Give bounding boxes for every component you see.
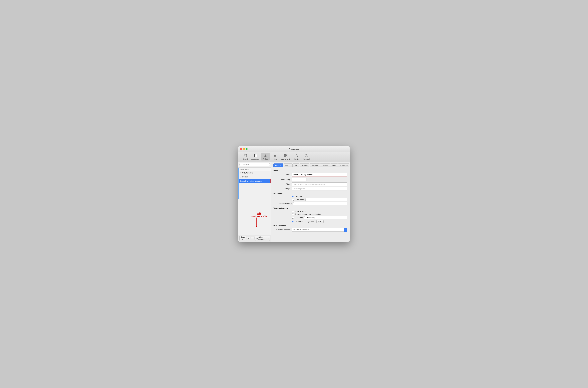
url-schemes-input[interactable]	[292, 228, 344, 232]
name-label: Name:	[273, 174, 291, 176]
tab-keys[interactable]: Keys	[330, 164, 338, 167]
profile-list: Profile Name Hotkey Window ★ Default Def…	[238, 168, 271, 199]
shortcut-label: Shortcut key:	[273, 178, 291, 180]
tab-terminal[interactable]: Terminal	[310, 164, 320, 167]
profile-item-default[interactable]: ★ Default	[239, 175, 271, 179]
tab-window[interactable]: Window	[300, 164, 309, 167]
svg-text:⌘: ⌘	[274, 155, 277, 157]
annotation-chinese: 选择	[251, 212, 267, 215]
tags-label: Tags:	[273, 183, 291, 185]
annotation-arrow	[256, 218, 257, 226]
login-shell-label: Login shell	[295, 195, 303, 197]
svg-line-23	[306, 156, 306, 157]
toolbar-item-pointer[interactable]: Pointer	[292, 153, 301, 161]
reuse-session-radio[interactable]	[292, 213, 294, 215]
general-label: General	[243, 158, 248, 160]
name-input[interactable]	[292, 173, 347, 176]
send-text-input[interactable]	[293, 202, 347, 205]
tags-input[interactable]	[292, 182, 347, 186]
command-section-title: Command	[273, 192, 347, 194]
search-input[interactable]	[239, 163, 270, 166]
stepper-up-button[interactable]: ▲	[307, 178, 309, 179]
main-panel: General Colors Text Window Terminal Sess…	[271, 162, 350, 242]
shortcut-input[interactable]	[292, 178, 306, 181]
directory-label: Directory:	[296, 217, 303, 219]
tags-row: Tags:	[273, 182, 347, 186]
annotation-area: 选择 Duplicate Profile	[238, 199, 271, 235]
advanced-config-radio[interactable]	[292, 221, 294, 222]
url-chevron-button[interactable]: ▾	[344, 228, 347, 232]
remove-profile-button[interactable]: −	[251, 237, 255, 240]
search-wrap: 🔍	[239, 163, 270, 166]
svg-rect-4	[255, 154, 257, 157]
command-input[interactable]	[306, 198, 347, 201]
url-schemes-section-title: URL Schemes	[273, 225, 347, 227]
shortcut-row: Shortcut key: ▲ ▼	[273, 178, 347, 181]
advanced-icon	[304, 153, 309, 158]
badge-input[interactable]	[292, 187, 347, 191]
command-row: Command:	[292, 198, 347, 201]
other-actions-button[interactable]: ⚙ Other Actions... ▾	[255, 236, 270, 241]
profile-list-header: Profile Name	[239, 168, 271, 171]
svg-rect-9	[284, 156, 285, 157]
traffic-lights	[240, 148, 248, 150]
reuse-session-label: Reuse previous session's directory	[295, 213, 321, 215]
minimize-button[interactable]	[243, 148, 245, 150]
reuse-session-row: Reuse previous session's directory	[292, 213, 347, 215]
tabs: General Colors Text Window Terminal Sess…	[273, 164, 347, 167]
svg-rect-3	[254, 154, 255, 157]
pointer-label: Pointer	[294, 158, 299, 160]
tab-advanced[interactable]: Advanced	[338, 164, 349, 167]
toolbar-item-advanced[interactable]: Advanced	[302, 153, 311, 161]
tags-button[interactable]: Tags >	[239, 236, 246, 241]
window-title: Preferences	[289, 148, 299, 150]
send-text-row: Send text at start:	[273, 202, 347, 205]
toolbar-item-general[interactable]: General	[241, 153, 250, 161]
tab-colors[interactable]: Colors	[283, 164, 292, 167]
working-dir-section-title: Working Directory	[273, 207, 347, 209]
appearance-label: Appearance	[252, 158, 259, 160]
keys-label: Keys	[274, 158, 277, 160]
command-label: Command:	[296, 199, 304, 201]
directory-radio[interactable]	[292, 217, 294, 219]
toolbar-item-arrangements[interactable]: Arrangements	[280, 153, 292, 161]
stepper-down-button[interactable]: ▼	[307, 179, 309, 181]
svg-rect-10	[286, 156, 287, 157]
arrangements-icon	[283, 153, 288, 158]
annotation-english: Duplicate Profile	[251, 215, 267, 218]
add-profile-button[interactable]: +	[247, 237, 250, 240]
toolbar-item-profiles[interactable]: Profiles	[261, 153, 270, 161]
name-row: Name:	[273, 173, 347, 176]
profile-item-default-hotkey[interactable]: Default of Hotkey Window	[239, 179, 271, 183]
annotation-text: 选择 Duplicate Profile	[251, 212, 267, 218]
login-shell-radio[interactable]	[292, 195, 294, 197]
home-dir-radio[interactable]	[292, 211, 294, 212]
directory-row: Directory:	[292, 216, 347, 219]
command-radio[interactable]	[292, 199, 294, 201]
tab-text[interactable]: Text	[292, 164, 299, 167]
preferences-window: Preferences General Appearance	[238, 146, 350, 242]
profile-item-hotkey[interactable]: Hotkey Window	[239, 171, 271, 175]
close-button[interactable]	[240, 148, 242, 150]
svg-rect-0	[244, 154, 247, 157]
svg-rect-1	[244, 155, 246, 156]
maximize-button[interactable]	[246, 148, 248, 150]
svg-rect-8	[286, 154, 287, 155]
shortcut-stepper[interactable]: ▲ ▼	[307, 178, 309, 181]
toolbar: General Appearance Profiles	[238, 152, 350, 162]
other-actions-label: Other Actions...	[258, 236, 267, 240]
appearance-icon	[253, 153, 258, 158]
tab-session[interactable]: Session	[320, 164, 330, 167]
toolbar-item-appearance[interactable]: Appearance	[250, 153, 260, 161]
toolbar-item-keys[interactable]: ⌘ Keys	[271, 153, 280, 161]
edit-button[interactable]: Edit...	[316, 220, 324, 223]
tab-general[interactable]: General	[273, 164, 283, 167]
keys-icon: ⌘	[273, 153, 278, 158]
sidebar: 🔍 Profile Name Hotkey Window ★ Default D…	[238, 162, 271, 242]
url-schemes-row: Schemes handled: ▾	[273, 228, 347, 232]
login-shell-row: Login shell	[292, 195, 347, 197]
home-dir-label: Home directory	[295, 210, 306, 212]
other-actions-gear-icon: ⚙	[256, 237, 258, 239]
directory-input[interactable]	[304, 216, 347, 219]
pointer-icon	[294, 153, 299, 158]
